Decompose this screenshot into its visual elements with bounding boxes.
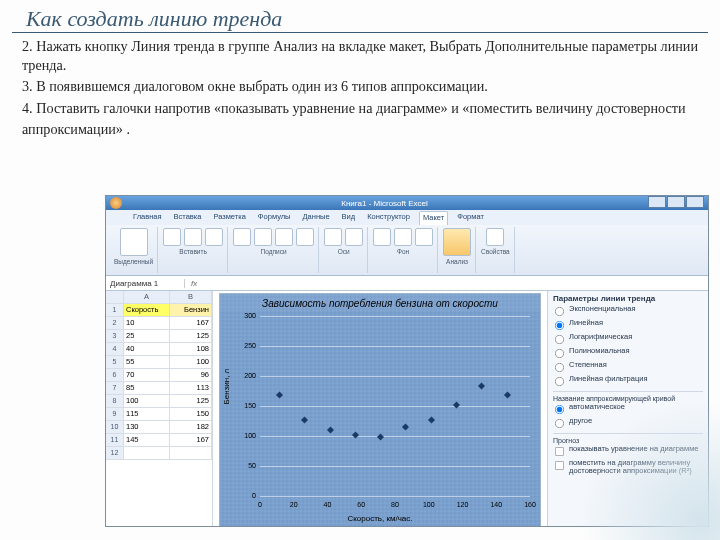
forecast-label: Прогноз — [553, 437, 703, 444]
table-row[interactable]: 440108 — [106, 343, 212, 356]
ribbon-icon[interactable] — [163, 228, 181, 246]
tab-layout[interactable]: Разметка — [210, 211, 248, 225]
ribbon-icon[interactable] — [184, 228, 202, 246]
data-point — [402, 424, 409, 431]
ribbon-icon[interactable] — [205, 228, 223, 246]
data-point — [478, 382, 485, 389]
panel-title: Параметры линии тренда — [553, 294, 703, 303]
table-row[interactable]: 11145167 — [106, 434, 212, 447]
maximize-icon[interactable] — [667, 196, 685, 208]
minimize-icon[interactable] — [648, 196, 666, 208]
office-button-icon[interactable] — [110, 197, 122, 209]
checkbox-show-equation[interactable] — [555, 447, 564, 456]
x-axis-label: Скорость, км/час. — [220, 514, 540, 523]
ribbon-icon[interactable] — [345, 228, 363, 246]
table-row[interactable]: 8100125 — [106, 395, 212, 408]
window-title: Книга1 - Microsoft Excel — [341, 199, 428, 208]
formula-bar: Диаграмма 1 fx — [106, 276, 708, 291]
plot-area: 050100150200250300020406080100120140160 — [260, 316, 530, 496]
ribbon-icon[interactable] — [254, 228, 272, 246]
ribbon-icon[interactable] — [233, 228, 251, 246]
table-row[interactable]: 12 — [106, 447, 212, 460]
data-point — [504, 391, 511, 398]
data-point — [276, 391, 283, 398]
tab-view[interactable]: Вид — [339, 211, 359, 225]
radio-trend-3[interactable] — [555, 349, 564, 358]
ribbon: Выделенный Вставить Подписи Оси Фон Анал… — [106, 225, 708, 276]
data-point — [377, 434, 384, 441]
slide-body: 2. Нажать кнопку Линия тренда в группе А… — [0, 37, 720, 139]
radio-trend-4[interactable] — [555, 363, 564, 372]
step-3: 3. В появившемся диалоговом окне выбрать… — [22, 77, 700, 96]
ribbon-group-analysis: Анализ — [439, 227, 476, 273]
data-point — [428, 416, 435, 423]
tab-data[interactable]: Данные — [300, 211, 333, 225]
data-point — [453, 401, 460, 408]
ribbon-group-insert: Вставить — [159, 227, 228, 273]
table-row[interactable]: 67096 — [106, 369, 212, 382]
data-point — [352, 431, 359, 438]
chart-title: Зависимость потребления бензина от скоро… — [220, 294, 540, 311]
trendline-options-panel: Параметры линии тренда ЭкспоненциальнаяЛ… — [547, 291, 708, 527]
radio-trend-2[interactable] — [555, 335, 564, 344]
slide-title: Как создать линию тренда — [12, 0, 708, 33]
ribbon-icon[interactable] — [486, 228, 504, 246]
table-row[interactable]: 555100 — [106, 356, 212, 369]
step-4b: аппроксимации» . — [22, 120, 700, 139]
ribbon-icon[interactable] — [275, 228, 293, 246]
table-row[interactable]: 10130182 — [106, 421, 212, 434]
radio-trend-5[interactable] — [555, 377, 564, 386]
ribbon-icon[interactable] — [324, 228, 342, 246]
ribbon-icon[interactable] — [120, 228, 148, 256]
radio-other-name[interactable] — [555, 419, 564, 428]
step-4a: 4. Поставить галочки напротив «показыват… — [22, 99, 700, 118]
ribbon-tabs: Главная Вставка Разметка Формулы Данные … — [106, 210, 708, 225]
checkbox-show-r2[interactable] — [555, 461, 564, 470]
tab-format[interactable]: Формат — [454, 211, 487, 225]
radio-trend-1[interactable] — [555, 321, 564, 330]
name-box[interactable]: Диаграмма 1 — [106, 279, 185, 288]
window-titlebar: Книга1 - Microsoft Excel — [106, 196, 708, 210]
ribbon-icon[interactable] — [296, 228, 314, 246]
ribbon-icon[interactable] — [373, 228, 391, 246]
ribbon-group-background: Фон — [369, 227, 438, 273]
excel-screenshot: Книга1 - Microsoft Excel Главная Вставка… — [105, 195, 709, 527]
data-point — [301, 416, 308, 423]
table-row[interactable]: 325125 — [106, 330, 212, 343]
ribbon-group-axes: Оси — [320, 227, 368, 273]
close-icon[interactable] — [686, 196, 704, 208]
tab-home[interactable]: Главная — [130, 211, 165, 225]
ribbon-group-selection: Выделенный — [110, 227, 158, 273]
ribbon-icon[interactable] — [415, 228, 433, 246]
table-row[interactable]: 210167 — [106, 317, 212, 330]
data-point — [326, 427, 333, 434]
ribbon-icon[interactable] — [394, 228, 412, 246]
ribbon-group-properties: Свойства — [477, 227, 515, 273]
table-row[interactable]: 9115150 — [106, 408, 212, 421]
tab-insert[interactable]: Вставка — [171, 211, 205, 225]
tab-formulas[interactable]: Формулы — [255, 211, 294, 225]
step-2: 2. Нажать кнопку Линия тренда в группе А… — [22, 37, 700, 75]
column-headers: A B — [106, 291, 212, 304]
name-section-label: Название аппроксимирующей кривой — [553, 395, 703, 402]
chart-area[interactable]: Зависимость потребления бензина от скоро… — [213, 291, 547, 527]
fx-label[interactable]: fx — [185, 279, 203, 288]
tab-maket[interactable]: Макет — [419, 211, 448, 225]
radio-trend-0[interactable] — [555, 307, 564, 316]
tab-design[interactable]: Конструктор — [364, 211, 413, 225]
ribbon-group-labels: Подписи — [229, 227, 319, 273]
trendline-button[interactable] — [443, 228, 471, 256]
worksheet[interactable]: A B 1СкоростьБензин210167325125440108555… — [106, 291, 213, 527]
y-axis-label: Бензин, л — [222, 369, 231, 405]
window-controls[interactable] — [647, 196, 704, 210]
table-row[interactable]: 785113 — [106, 382, 212, 395]
table-row[interactable]: 1СкоростьБензин — [106, 304, 212, 317]
radio-auto-name[interactable] — [555, 405, 564, 414]
